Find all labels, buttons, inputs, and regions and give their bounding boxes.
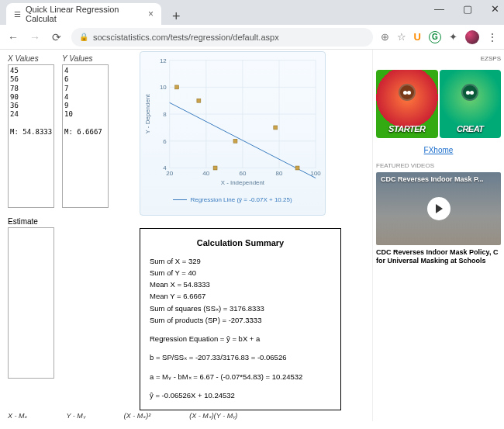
- svg-text:8: 8: [163, 111, 167, 118]
- regression-chart: 468101220406080100X - IndependentY - Dep…: [140, 51, 326, 216]
- toolbar-actions: ⊕ ☆ U G ✦ ⋮: [381, 30, 498, 44]
- chart-legend: Regression Line (ŷ = -0.07X + 10.25): [140, 195, 325, 205]
- summary-line: Sum of products (SP) = -207.3333: [150, 315, 331, 326]
- video-caption: CDC Reverses Indoor Mask Policy, C for U…: [376, 248, 501, 265]
- summary-line: Sum of Y = 40: [150, 268, 331, 279]
- svg-rect-28: [295, 166, 299, 170]
- svg-rect-26: [233, 139, 237, 143]
- svg-text:12: 12: [160, 57, 167, 64]
- ad-mascot-starter-label: STARTER: [376, 124, 438, 133]
- legend-line-icon: [173, 199, 187, 200]
- x-values-input[interactable]: [8, 64, 54, 208]
- col-x-minus-mx-sq: (X - Mₓ)²: [124, 412, 151, 420]
- calculation-summary: Calculation Summary Sum of X = 329Sum of…: [140, 228, 341, 410]
- forward-button[interactable]: →: [28, 31, 42, 43]
- new-tab-button[interactable]: +: [164, 9, 188, 25]
- col-y-minus-my: Y - Mᵧ: [67, 412, 85, 420]
- maximize-button[interactable]: ▢: [463, 3, 472, 15]
- page-main: X Values Estimate Y Values 4681012204060…: [0, 50, 372, 421]
- svg-text:X - Independent: X - Independent: [221, 179, 265, 186]
- svg-text:10: 10: [160, 84, 167, 91]
- close-window-button[interactable]: ✕: [491, 3, 499, 15]
- legend-label: Regression Line (ŷ = -0.07X + 10.25): [190, 196, 292, 203]
- summary-line: Sum of squares (SSₓ) = 3176.8333: [150, 303, 331, 314]
- extensions-icon[interactable]: ✦: [449, 31, 457, 43]
- ad-mascot-creator[interactable]: CREAT: [440, 70, 502, 138]
- result-table-headers: X - Mₓ Y - Mᵧ (X - Mₓ)² (X - Mₓ)(Y - Mᵧ): [8, 412, 237, 420]
- col-x-minus-mx: X - Mₓ: [8, 412, 28, 420]
- play-icon[interactable]: [427, 197, 450, 220]
- svg-text:20: 20: [166, 170, 173, 177]
- summary-line: Mean Y = 6.6667: [150, 291, 331, 302]
- svg-rect-23: [175, 85, 179, 89]
- lock-icon: 🔒: [79, 33, 88, 41]
- svg-text:Y - Dependent: Y - Dependent: [144, 94, 151, 134]
- video-overlay-title: CDC Reverses Indoor Mask P...: [381, 175, 496, 183]
- toolbar: ← → ⟳ 🔒 socscistatistics.com/tests/regre…: [0, 25, 504, 50]
- summary-line: Mean X = 54.8333: [150, 279, 331, 290]
- search-engine-icon[interactable]: ⊕: [381, 31, 389, 43]
- regression-eq-label: Regression Equation = ŷ = bX + a: [150, 334, 331, 344]
- url-text: socscistatistics.com/tests/regression/de…: [93, 33, 279, 42]
- browser-tab[interactable]: ☰ Quick Linear Regression Calculat ×: [6, 3, 161, 25]
- yhat-line: ŷ = -0.06526X + 10.24532: [150, 390, 331, 401]
- extension-u-icon[interactable]: U: [414, 31, 421, 43]
- svg-rect-25: [213, 166, 217, 170]
- address-bar[interactable]: 🔒 socscistatistics.com/tests/regression/…: [71, 28, 373, 47]
- y-values-input[interactable]: [62, 64, 109, 208]
- col-xy-product: (X - Mₓ)(Y - Mᵧ): [189, 412, 237, 420]
- x-values-header: X Values: [8, 54, 54, 63]
- estimate-input[interactable]: [8, 227, 54, 379]
- menu-button[interactable]: ⋮: [487, 31, 498, 43]
- ad-topright: EZSPS: [376, 51, 501, 65]
- svg-rect-27: [274, 126, 278, 130]
- b-line: b = SP/SSₓ = -207.33/3176.83 = -0.06526: [150, 352, 331, 363]
- svg-text:60: 60: [239, 170, 246, 177]
- ad-mascot-creator-label: CREAT: [440, 124, 502, 133]
- estimate-label: Estimate: [8, 217, 54, 226]
- svg-text:40: 40: [202, 170, 209, 177]
- tab-title: Quick Linear Regression Calculat: [26, 5, 137, 23]
- tab-strip: ☰ Quick Linear Regression Calculat × +: [0, 0, 504, 25]
- reload-button[interactable]: ⟳: [50, 31, 64, 43]
- sidebar-ads: EZSPS STARTER CREAT FXhome FEATURED VIDE…: [372, 50, 504, 421]
- svg-text:80: 80: [276, 170, 283, 177]
- ad-mascot-starter[interactable]: STARTER: [376, 70, 438, 138]
- featured-videos-label: FEATURED VIDEOS: [376, 162, 501, 169]
- svg-rect-24: [197, 99, 201, 102]
- profile-avatar[interactable]: [465, 30, 479, 44]
- extension-g-icon[interactable]: G: [429, 31, 441, 43]
- close-tab-icon[interactable]: ×: [148, 9, 154, 19]
- a-line: a = Mᵧ - bMₓ = 6.67 - (-0.07*54.83) = 10…: [150, 372, 331, 382]
- y-values-header: Y Values: [62, 54, 109, 63]
- bookmark-icon[interactable]: ☆: [397, 31, 406, 43]
- back-button[interactable]: ←: [6, 31, 20, 43]
- featured-video[interactable]: CDC Reverses Indoor Mask P...: [376, 172, 501, 245]
- minimize-button[interactable]: —: [434, 3, 444, 15]
- fxhome-link[interactable]: FXhome: [376, 146, 501, 154]
- favicon-icon: ☰: [14, 10, 21, 19]
- summary-heading: Calculation Summary: [150, 237, 331, 250]
- svg-text:6: 6: [163, 138, 167, 145]
- summary-line: Sum of X = 329: [150, 256, 331, 267]
